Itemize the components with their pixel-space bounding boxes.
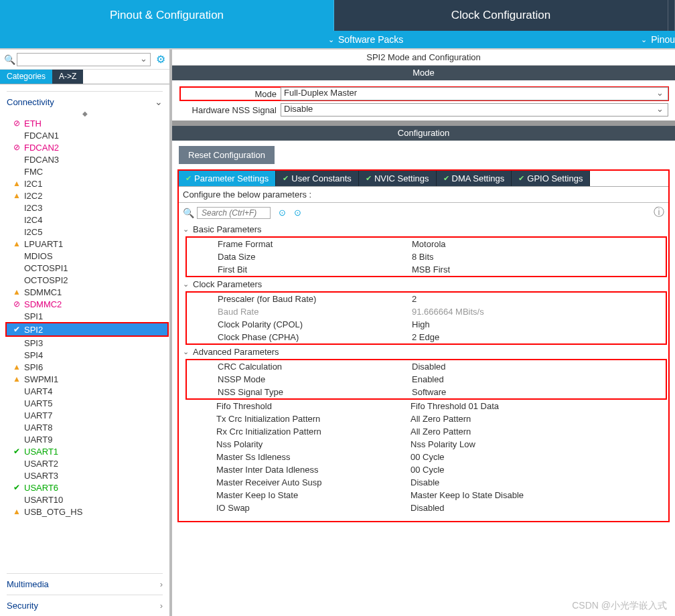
config-tab-user-constants[interactable]: ✔User Constants [276,171,359,186]
peripheral-item-uart4[interactable]: UART4 [24,385,163,397]
info-icon[interactable]: ⓘ [654,206,664,220]
sort-icon[interactable]: ◆ [7,110,163,117]
param-name: Master Ss Idleness [216,452,410,462]
prev-result-button[interactable]: ⊙ [279,208,286,218]
peripheral-item-octospi1[interactable]: OCTOSPI1 [24,262,163,274]
peripheral-item-usart3[interactable]: USART3 [24,469,163,481]
peripheral-item-sdmmc2[interactable]: ⊘SDMMC2 [24,298,163,310]
peripheral-item-mdios[interactable]: MDIOS [24,250,163,262]
config-tab-label: Parameter Settings [194,173,269,183]
config-tab-label: GPIO Settings [527,173,583,183]
param-row[interactable]: Data Size8 Bits [187,250,666,263]
peripheral-item-label: SPI1 [24,311,43,321]
param-row[interactable]: Baud Rate91.666664 MBits/s [187,305,666,318]
param-row[interactable]: First BitMSB First [187,263,666,276]
yellow-status-icon: ▲ [12,179,21,188]
param-name: CRC Calculation [218,362,412,372]
configure-hint: Configure the below parameters : [179,187,668,203]
pinout-link[interactable]: Pinou [651,34,675,45]
mode-select[interactable]: Full-Duplex Master [281,87,668,100]
peripheral-item-uart8[interactable]: UART8 [24,421,163,433]
config-tab-dma-settings[interactable]: ✔DMA Settings [437,171,512,186]
param-name: Nss Polarity [216,439,410,449]
peripheral-item-fmc[interactable]: FMC [24,165,163,177]
config-tab-nvic-settings[interactable]: ✔NVIC Settings [359,171,437,186]
section-header[interactable]: ⌄Advanced Parameters [180,345,667,359]
peripheral-item-uart5[interactable]: UART5 [24,397,163,409]
peripheral-item-i2c2[interactable]: ▲I2C2 [24,189,163,202]
param-row[interactable]: CRC CalculationDisabled [187,360,666,373]
nss-select[interactable]: Disable [281,103,668,117]
yellow-status-icon: ▲ [12,362,21,372]
peripheral-item-label: FDCAN1 [24,131,59,141]
param-row[interactable]: Master Receiver Auto SuspDisable [185,476,667,489]
category-multimedia[interactable]: Multimedia › [7,573,163,595]
peripheral-search-combo[interactable] [17,53,151,66]
peripheral-item-i2c1[interactable]: ▲I2C1 [24,177,163,189]
tab-pinout-config[interactable]: Pinout & Configuration [0,0,334,31]
tab-az[interactable]: A->Z [52,70,83,84]
param-row[interactable]: Prescaler (for Baud Rate)2 [187,293,666,305]
peripheral-item-i2c4[interactable]: I2C4 [24,214,163,226]
param-value: MSB First [412,264,666,275]
config-tab-gpio-settings[interactable]: ✔GPIO Settings [512,171,590,186]
peripheral-item-fdcan3[interactable]: FDCAN3 [24,153,163,165]
param-row[interactable]: IO SwapDisabled [185,502,667,514]
side-tabs: Categories A->Z [0,70,169,84]
peripheral-item-usb_otg_hs[interactable]: ▲USB_OTG_HS [24,506,163,518]
param-row[interactable]: Master Keep Io StateMaster Keep Io State… [185,489,667,502]
peripheral-item-lpuart1[interactable]: ▲LPUART1 [24,238,163,250]
category-security[interactable]: Security › [7,595,163,616]
peripheral-item-spi3[interactable]: SPI3 [24,337,163,349]
software-packs-link[interactable]: Software Packs [338,34,403,45]
peripheral-item-uart9[interactable]: UART9 [24,433,163,445]
param-row[interactable]: Frame FormatMotorola [187,238,666,250]
next-result-button[interactable]: ⊙ [294,208,301,218]
peripheral-item-spi1[interactable]: SPI1 [24,310,163,322]
peripheral-item-eth[interactable]: ⊘ETH [24,117,163,129]
param-row[interactable]: Tx Crc Initialization PatternAll Zero Pa… [185,412,667,425]
peripheral-item-octospi2[interactable]: OCTOSPI2 [24,274,163,286]
param-row[interactable]: Master Inter Data Idleness00 Cycle [185,463,667,476]
peripheral-item-uart7[interactable]: UART7 [24,409,163,421]
peripheral-item-usart10[interactable]: USART10 [24,493,163,506]
param-row[interactable]: Rx Crc Initialization PatternAll Zero Pa… [185,425,667,438]
peripheral-item-i2c5[interactable]: I2C5 [24,226,163,238]
peripheral-item-fdcan2[interactable]: ⊘FDCAN2 [24,141,163,153]
peripheral-item-usart1[interactable]: ✔USART1 [24,445,163,457]
section-header[interactable]: ⌄Basic Parameters [180,222,667,236]
peripheral-item-sdmmc1[interactable]: ▲SDMMC1 [24,286,163,298]
tab-overflow[interactable] [668,0,675,31]
tab-categories[interactable]: Categories [0,70,52,84]
param-value: Disabled [410,503,667,513]
peripheral-item-spi2[interactable]: ✔SPI2 [7,323,167,335]
param-row[interactable]: Clock Polarity (CPOL)High [187,318,666,331]
param-row[interactable]: NSSP ModeEnabled [187,373,666,386]
param-value: Fifo Threshold 01 Data [410,401,667,411]
peripheral-item-usart6[interactable]: ✔USART6 [24,481,163,493]
peripheral-item-usart2[interactable]: USART2 [24,457,163,469]
tab-clock-config[interactable]: Clock Configuration [334,0,668,31]
param-row[interactable]: Master Ss Idleness00 Cycle [185,451,667,463]
peripheral-item-label: USB_OTG_HS [24,507,82,517]
param-row[interactable]: Fifo ThresholdFifo Threshold 01 Data [185,400,667,412]
param-row[interactable]: Clock Phase (CPHA)2 Edge [187,331,666,343]
peripheral-item-i2c3[interactable]: I2C3 [24,202,163,214]
param-name: Clock Polarity (CPOL) [218,319,412,329]
param-search-input[interactable] [197,207,271,219]
peripheral-item-swpmi1[interactable]: ▲SWPMI1 [24,373,163,385]
red-status-icon: ⊘ [12,119,21,128]
peripheral-item-spi4[interactable]: SPI4 [24,349,163,361]
chevron-down-icon: ⌄ [183,280,189,289]
peripheral-item-spi6[interactable]: ▲SPI6 [24,361,163,373]
gear-icon[interactable]: ⚙ [156,53,165,66]
param-row[interactable]: Nss PolarityNss Polarity Low [185,438,667,451]
category-connectivity[interactable]: Connectivity ⌄ [7,94,163,110]
param-value: All Zero Pattern [410,427,667,437]
peripheral-item-fdcan1[interactable]: FDCAN1 [24,129,163,141]
section-header[interactable]: ⌄Clock Parameters [180,277,667,291]
config-tab-parameter-settings[interactable]: ✔Parameter Settings [179,171,276,186]
reset-configuration-button[interactable]: Reset Configuration [179,146,275,164]
param-row[interactable]: NSS Signal TypeSoftware [187,386,666,398]
param-value: All Zero Pattern [410,414,667,424]
